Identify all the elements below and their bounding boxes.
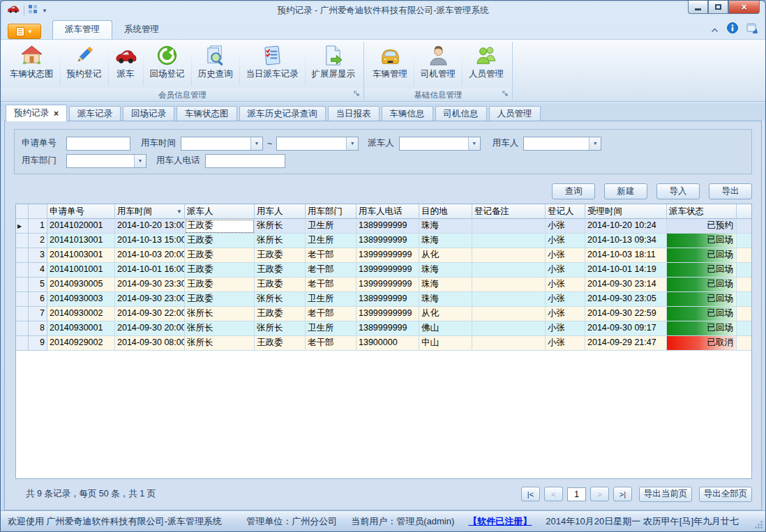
table-cell[interactable]: 20140929002: [47, 336, 115, 351]
table-cell[interactable]: 佛山: [419, 321, 472, 336]
ribbon-tab-dispatch[interactable]: 派车管理: [52, 20, 112, 39]
table-cell[interactable]: [472, 278, 546, 292]
table-cell[interactable]: 小张: [546, 263, 585, 278]
table-cell[interactable]: 张所长: [255, 219, 306, 234]
use-time-from-combo[interactable]: ▼: [181, 137, 263, 151]
column-header[interactable]: 用车人: [255, 204, 306, 219]
table-cell[interactable]: 2014-09-30 09:17: [585, 321, 667, 336]
table-row[interactable]: 7201409300022014-09-30 22:00张所长王政委老干部139…: [16, 307, 751, 321]
table-row[interactable]: ▶1201410200012014-10-20 13:00王政委张所长卫生所13…: [16, 219, 751, 234]
table-cell[interactable]: 2014-09-29 21:47: [585, 336, 667, 351]
doc-tab[interactable]: 车辆状态图: [177, 106, 237, 121]
table-row[interactable]: 9201409290022014-09-30 08:00张所长王政委老干部139…: [16, 336, 751, 351]
table-cell[interactable]: 珠海: [419, 234, 472, 248]
table-cell[interactable]: [472, 292, 546, 307]
table-cell[interactable]: 王政委: [185, 248, 255, 263]
table-cell[interactable]: 2014-09-30 23:05: [585, 292, 667, 307]
table-cell[interactable]: 1389999999: [356, 234, 419, 248]
table-row[interactable]: 6201409300032014-09-30 23:00王政委张所长卫生所138…: [16, 292, 751, 307]
column-header[interactable]: 用车时间▼: [115, 204, 185, 219]
table-cell[interactable]: 小张: [546, 234, 585, 248]
table-cell[interactable]: 张所长: [255, 292, 306, 307]
doc-tab[interactable]: 预约记录×: [6, 105, 67, 121]
car-user-combo[interactable]: ▼: [523, 137, 601, 151]
table-cell[interactable]: [472, 307, 546, 321]
status-cell[interactable]: 已回场: [667, 263, 737, 278]
last-page-button[interactable]: >|: [613, 487, 632, 501]
row-number[interactable]: 7: [29, 307, 47, 321]
table-cell[interactable]: 小张: [546, 321, 585, 336]
table-cell[interactable]: 2014-10-20 10:24: [585, 219, 667, 234]
column-header[interactable]: 登记备注: [472, 204, 546, 219]
dialog-launcher-icon[interactable]: [502, 90, 509, 98]
dialog-launcher-icon[interactable]: [354, 90, 360, 98]
new-button[interactable]: 新建: [604, 183, 647, 199]
doc-tab[interactable]: 司机信息: [435, 106, 487, 121]
table-cell[interactable]: 1389999999: [356, 292, 419, 307]
row-indicator[interactable]: [16, 263, 29, 278]
table-cell[interactable]: 20140930005: [47, 278, 115, 292]
column-header[interactable]: 目的地: [419, 204, 472, 219]
license-registered-link[interactable]: 【软件已注册】: [468, 515, 532, 528]
driver-manage-button[interactable]: 司机管理: [415, 42, 461, 89]
close-tab-icon[interactable]: ×: [54, 109, 59, 119]
table-cell[interactable]: 1389999999: [356, 321, 419, 336]
table-cell[interactable]: 13999999999: [356, 307, 419, 321]
table-cell[interactable]: 2014-10-13 15:00: [115, 234, 185, 248]
table-cell[interactable]: 从化: [419, 248, 472, 263]
table-cell[interactable]: 20140930003: [47, 292, 115, 307]
row-indicator[interactable]: [16, 307, 29, 321]
vehicle-status-button[interactable]: 车辆状态图: [4, 42, 59, 89]
status-cell[interactable]: 已取消: [667, 336, 737, 351]
reservation-register-button[interactable]: 预约登记: [61, 42, 107, 89]
row-number[interactable]: 8: [29, 321, 47, 336]
table-cell[interactable]: 王政委: [255, 307, 306, 321]
doc-tab[interactable]: 回场记录: [123, 106, 174, 121]
status-cell[interactable]: 已预约: [667, 219, 737, 234]
table-cell[interactable]: 小张: [546, 292, 585, 307]
table-cell[interactable]: 王政委: [255, 278, 306, 292]
user-phone-input[interactable]: [205, 154, 285, 168]
maximize-button[interactable]: [708, 1, 728, 14]
dispatch-button[interactable]: 派车: [110, 42, 142, 89]
table-cell[interactable]: 2014-09-30 08:00: [115, 336, 185, 351]
table-cell[interactable]: [472, 219, 546, 234]
table-cell[interactable]: [472, 336, 546, 351]
table-cell[interactable]: 张所长: [185, 321, 255, 336]
table-cell[interactable]: 老干部: [306, 307, 356, 321]
doc-tab[interactable]: 车辆信息: [382, 106, 433, 121]
table-cell[interactable]: 小张: [546, 336, 585, 351]
status-cell[interactable]: 已回场: [667, 321, 737, 336]
return-register-button[interactable]: 回场登记: [144, 42, 190, 89]
table-cell[interactable]: 珠海: [419, 263, 472, 278]
table-cell[interactable]: [472, 248, 546, 263]
table-cell[interactable]: 珠海: [419, 219, 472, 234]
row-indicator[interactable]: ▶: [16, 219, 29, 234]
table-cell[interactable]: 卫生所: [306, 292, 356, 307]
table-row[interactable]: 5201409300052014-09-30 23:30王政委王政委老干部139…: [16, 278, 751, 292]
table-cell[interactable]: 2014-10-03 18:11: [585, 248, 667, 263]
table-cell[interactable]: 20141013001: [47, 234, 115, 248]
extended-screen-button[interactable]: 扩展屏显示: [306, 42, 361, 89]
today-dispatch-records-button[interactable]: 当日派车记录: [241, 42, 304, 89]
chevron-down-icon[interactable]: ▼: [468, 137, 480, 150]
table-cell[interactable]: 卫生所: [306, 234, 356, 248]
application-menu-button[interactable]: ▼: [8, 24, 41, 39]
column-header[interactable]: 派车人: [185, 204, 255, 219]
table-cell[interactable]: 2014-10-01 16:00: [115, 263, 185, 278]
table-cell[interactable]: 2014-10-20 13:00: [115, 219, 185, 234]
first-page-button[interactable]: |<: [521, 487, 540, 501]
status-cell[interactable]: 已回场: [667, 292, 737, 307]
table-cell[interactable]: 小张: [546, 278, 585, 292]
row-number[interactable]: 2: [29, 234, 47, 248]
table-cell[interactable]: 13900000: [356, 336, 419, 351]
dispatcher-combo[interactable]: ▼: [399, 137, 481, 151]
table-cell[interactable]: 老干部: [306, 248, 356, 263]
chevron-down-icon[interactable]: ▼: [589, 137, 601, 150]
page-input[interactable]: [567, 487, 586, 501]
status-cell[interactable]: 已回场: [667, 307, 737, 321]
row-indicator[interactable]: [16, 292, 29, 307]
table-cell[interactable]: 王政委: [185, 234, 255, 248]
doc-tab[interactable]: 当日报表: [328, 106, 380, 121]
table-cell[interactable]: [472, 321, 546, 336]
